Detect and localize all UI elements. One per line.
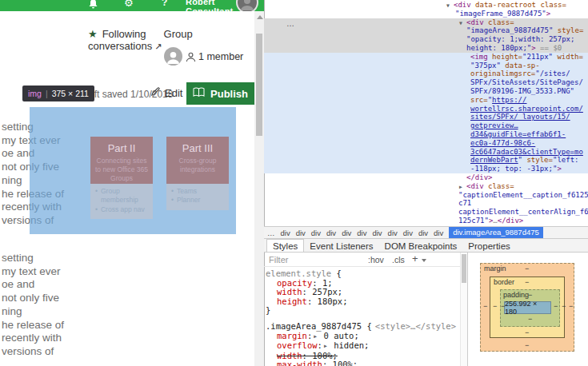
dom-breadcrumb-bar: …divdivdivdivdivdivdivdivdivdivdivdiv.im… <box>264 226 588 239</box>
card-bullets: •Group membership•Cross app nav <box>90 184 153 219</box>
dom-tree-row[interactable]: "imageFrame_9887d475"> <box>264 10 588 18</box>
inspect-highlight-overlay: Part II Connecting sites to new Office 3… <box>30 107 236 234</box>
suite-bar: ⚙ ? Robert Consultant <box>0 0 264 11</box>
dom-tree-row[interactable]: SPFx/89196-IMG_3533.PNG" <box>264 87 588 96</box>
breadcrumb-item[interactable]: div <box>388 229 398 237</box>
box-model-value[interactable]: − <box>569 302 573 310</box>
box-model-value[interactable]: − <box>562 302 566 310</box>
publish-button[interactable]: Publish <box>186 82 254 105</box>
dom-tree-row[interactable]: "opacity: 1;width: 257px; <box>264 35 588 44</box>
dom-tree-row[interactable]: originalimgsrc="/sites/ <box>264 70 588 78</box>
box-model-value[interactable]: − <box>493 302 497 310</box>
book-icon <box>193 87 205 100</box>
page-scrollbar[interactable] <box>254 11 264 366</box>
styles-filter-input[interactable] <box>267 254 342 265</box>
box-model-value[interactable]: − <box>483 302 487 310</box>
page-text-line: oe and <box>2 278 66 292</box>
card-bullet: •Teams <box>171 187 227 196</box>
dom-tree-row[interactable]: d34&guidFile=effab6f1- <box>264 130 588 139</box>
chevron-down-icon[interactable] <box>422 259 426 262</box>
box-model-value[interactable]: − <box>501 302 505 310</box>
scroll-up-icon[interactable] <box>257 15 263 19</box>
style-property[interactable]: max-width: 100%; <box>266 360 458 366</box>
breadcrumb-item[interactable]: div <box>326 229 336 237</box>
box-model-content[interactable]: 256.992 × 180 <box>504 301 551 314</box>
box-model-value[interactable]: − <box>525 278 529 286</box>
tab-properties[interactable]: Properties <box>462 239 515 252</box>
breadcrumb-item[interactable]: div <box>357 229 366 237</box>
edit-button[interactable]: Edit <box>150 86 182 99</box>
card-title: Part III <box>166 142 229 154</box>
box-model-value[interactable]: − <box>528 291 532 299</box>
dom-tree-row[interactable]: "captionElement__caption_f6125 <box>264 191 588 200</box>
pencil-icon <box>150 86 161 99</box>
dom-tree-row[interactable]: height: 180px;"> == $0 <box>264 44 588 53</box>
breadcrumb-item[interactable]: div <box>342 229 351 237</box>
following-star-icon[interactable]: ★ <box>88 28 98 40</box>
dom-tree-row[interactable]: dernWebPart" style="left: <box>264 156 588 165</box>
breadcrumb-item[interactable]: div <box>403 229 413 237</box>
card-title: Part II <box>90 142 153 154</box>
tab-dom-breakpoints[interactable]: DOM Breakpoints <box>379 239 463 252</box>
dom-tree-row[interactable]: ▼<div class= <box>264 18 588 27</box>
dom-tree-row[interactable]: captionElement__centerAlign_f6 <box>264 208 588 217</box>
dom-tree-row[interactable]: ▼<div data-reactroot class= <box>264 1 588 10</box>
box-model-value[interactable]: − <box>525 341 529 349</box>
breadcrumb-item[interactable]: … <box>267 229 275 237</box>
member-avatar[interactable] <box>164 47 182 66</box>
scrollbar-thumb[interactable] <box>256 34 262 136</box>
box-model-value[interactable]: − <box>525 265 529 273</box>
rule-selector[interactable]: element.style <box>266 269 331 278</box>
breadcrumb-item[interactable]: div <box>281 229 290 237</box>
new-style-rule-button[interactable]: + <box>412 253 418 265</box>
rule-selector[interactable]: .imageArea_9887d475 <box>266 321 362 331</box>
dom-tree-row[interactable]: ▶<div class= <box>264 182 588 191</box>
box-model-border-label: border <box>494 278 514 286</box>
gear-icon[interactable]: ⚙ <box>124 0 134 9</box>
dom-tree-row[interactable]: </div> <box>264 173 588 182</box>
inspect-tooltip: img | 375 × 211 <box>22 86 94 101</box>
inspect-tooltip-separator: | <box>46 89 48 98</box>
breadcrumb-item[interactable]: div <box>434 229 443 237</box>
toggle-class-button[interactable]: .cls <box>392 255 405 265</box>
box-model-value[interactable]: − <box>528 315 532 323</box>
bell-icon[interactable] <box>88 0 98 11</box>
scrollbar-thumb[interactable] <box>462 254 466 283</box>
dom-tree-row[interactable]: <img height="211px" width= <box>264 53 588 62</box>
dom-tree-row[interactable]: "375px" data-sp- <box>264 62 588 70</box>
card-bullet: •Group membership <box>95 187 151 205</box>
following-button[interactable]: Following <box>102 28 146 40</box>
box-model-value[interactable]: − <box>554 302 558 310</box>
user-avatar[interactable] <box>236 0 258 11</box>
dom-tree-row[interactable]: 3c6647adac03&clientType=mo <box>264 148 588 157</box>
help-icon[interactable]: ? <box>162 0 167 8</box>
tab-event-listeners[interactable]: Event Listeners <box>304 239 378 252</box>
breadcrumb-item-selected[interactable]: div.imageArea_9887d475 <box>449 227 543 238</box>
dom-tree-row[interactable]: SPFx/SiteAssets/SitePages/ <box>264 78 588 87</box>
box-model-value[interactable]: − <box>525 328 529 336</box>
breadcrumb-item[interactable]: div <box>296 229 306 237</box>
page-text-line: setting <box>2 252 66 265</box>
breadcrumb-item[interactable]: div <box>311 229 321 237</box>
dom-tree-row[interactable]: wortellrsc.sharepoint.com/ <box>264 105 588 113</box>
dom-tree-row[interactable]: ec0a-477d-98c6- <box>264 139 588 148</box>
rule-source-link[interactable]: <style>…</style> <box>375 322 456 332</box>
style-property[interactable]: height: 180px; <box>266 297 458 307</box>
person-icon <box>186 51 196 66</box>
dom-tree-row[interactable]: -118px; top: -31px;"> <box>264 165 588 173</box>
toggle-hover-state-button[interactable]: :hov <box>368 255 384 265</box>
page-text-line: recently with <box>2 332 66 345</box>
box-model-padding-label: padding <box>503 291 529 299</box>
style-rules: element.style {opacity: 1;width: 257px;h… <box>266 269 458 366</box>
dom-tree-row[interactable]: 125c71">…</div> <box>264 217 588 225</box>
member-count[interactable]: 1 member <box>198 51 243 62</box>
dom-tree-row[interactable]: c71 <box>264 199 588 208</box>
breadcrumb-item[interactable]: div <box>372 229 382 237</box>
dom-tree-row[interactable]: "imageArea_9887d475" style= <box>264 26 588 35</box>
dom-tree-row[interactable]: sites/SPFx/_layouts/15/ <box>264 113 588 121</box>
dom-tree-row[interactable]: src="https:// <box>264 96 588 105</box>
tab-styles[interactable]: Styles <box>266 239 304 252</box>
breadcrumb-item[interactable]: div <box>418 229 428 237</box>
selected-row-dots-icon[interactable]: … <box>286 19 295 28</box>
dom-tree-row[interactable]: getpreview… <box>264 121 588 130</box>
